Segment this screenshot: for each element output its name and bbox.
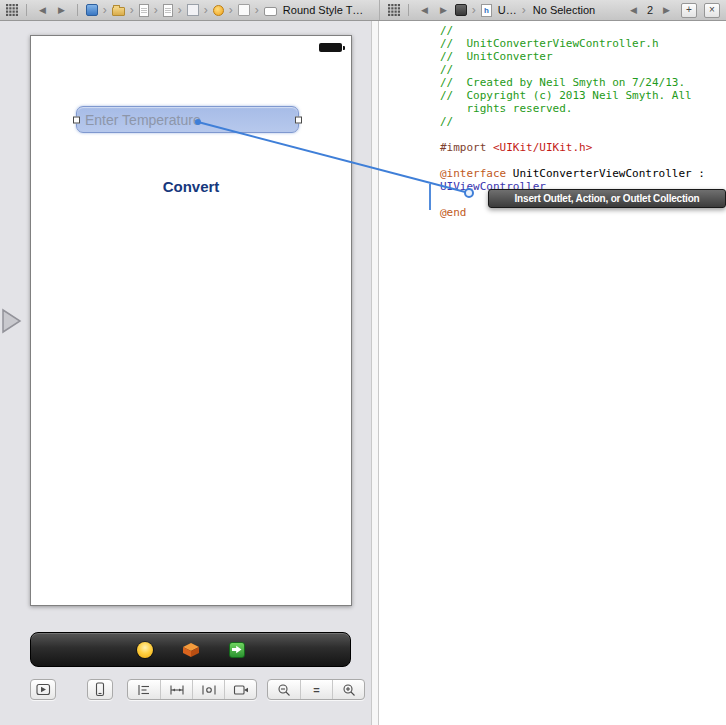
chevron-separator-icon: › xyxy=(103,4,107,16)
first-responder-icon[interactable] xyxy=(182,642,200,658)
code-line: // UnitConverterViewController.h xyxy=(440,37,705,50)
device-icon xyxy=(95,682,105,697)
view-controller-icon[interactable] xyxy=(137,642,153,658)
assistant-jump-bar: ◀ ▶ › h U… › No Selection ◀ 2 ▶ + × xyxy=(379,0,726,20)
chevron-separator-icon: › xyxy=(229,4,233,16)
convert-button[interactable]: Convert xyxy=(31,178,351,195)
exit-arrow-icon xyxy=(232,645,242,654)
scene-icon[interactable] xyxy=(187,4,199,16)
file-name-label[interactable]: U… xyxy=(498,4,517,16)
interface-builder-pane: Enter Temperature Convert xyxy=(0,21,371,725)
previous-counterpart-button[interactable]: ◀ xyxy=(626,6,641,15)
code-line: // xyxy=(440,115,705,128)
file-icon[interactable] xyxy=(163,4,173,17)
close-assistant-editor-button[interactable]: × xyxy=(704,3,720,18)
chevron-separator-icon: › xyxy=(522,4,526,16)
align-icon xyxy=(137,684,151,696)
folder-icon[interactable] xyxy=(112,7,125,16)
insertion-indicator xyxy=(429,184,431,210)
code-line: // UnitConverter xyxy=(440,50,705,63)
code-line: // Copyright (c) 2013 Neil Smyth. All xyxy=(440,89,705,102)
header-file-glyph: h xyxy=(484,6,489,15)
file-icon[interactable] xyxy=(139,4,149,17)
pin-width-button[interactable] xyxy=(160,680,192,699)
zoom-button-group: = xyxy=(267,679,365,700)
pin-center-icon xyxy=(201,684,217,696)
assistant-editor-pane[interactable]: //// UnitConverterViewController.h// Uni… xyxy=(379,21,726,725)
chevron-separator-icon: › xyxy=(204,4,208,16)
chevron-separator-icon: › xyxy=(130,4,134,16)
resize-handle-left[interactable] xyxy=(73,116,80,123)
chevron-separator-icon: › xyxy=(178,4,182,16)
related-items-icon[interactable] xyxy=(388,4,400,16)
chevron-separator-icon: › xyxy=(255,4,259,16)
counterparts-icon[interactable] xyxy=(455,4,467,16)
zoom-actual-label: = xyxy=(313,684,319,696)
related-items-icon[interactable] xyxy=(6,4,18,16)
ib-jump-bar: ◀ ▶ › › › › › › › Round Style T… xyxy=(0,0,379,20)
zoom-in-button[interactable] xyxy=(332,680,364,699)
back-button[interactable]: ◀ xyxy=(35,6,50,15)
xcode-window: ◀ ▶ › › › › › › › Round Style T… ◀ ▶ xyxy=(0,0,726,725)
view-icon[interactable] xyxy=(238,4,250,16)
document-outline-toggle-button[interactable] xyxy=(30,679,56,700)
connection-tooltip: Insert Outlet, Action, or Outlet Collect… xyxy=(488,189,726,208)
zoom-out-button[interactable] xyxy=(268,680,300,699)
counterpart-count: 2 xyxy=(647,4,653,16)
textfield-icon[interactable] xyxy=(264,7,277,16)
code-line xyxy=(440,154,705,167)
resolve-layout-icon xyxy=(233,684,249,696)
pin-width-icon xyxy=(169,684,185,696)
selection-label[interactable]: No Selection xyxy=(533,4,595,16)
code-line: @interface UnitConverterViewController : xyxy=(440,167,705,180)
divider xyxy=(408,4,409,16)
code-line: // Created by Neil Smyth on 7/24/13. xyxy=(440,76,705,89)
ib-dock-bar xyxy=(30,632,351,667)
align-button[interactable] xyxy=(128,680,160,699)
constraints-button-group xyxy=(127,679,257,700)
breadcrumb-item-label[interactable]: Round Style T… xyxy=(283,4,364,16)
zoom-out-icon xyxy=(277,683,291,697)
forward-button[interactable]: ▶ xyxy=(436,6,451,15)
header-file-icon[interactable]: h xyxy=(481,4,492,17)
chevron-separator-icon: › xyxy=(154,4,158,16)
resolve-layout-button[interactable] xyxy=(224,680,256,699)
battery-icon xyxy=(319,43,342,52)
next-counterpart-button[interactable]: ▶ xyxy=(659,6,674,15)
code-line: rights reserved. xyxy=(440,102,705,115)
device-config-button[interactable] xyxy=(87,679,113,700)
back-button[interactable]: ◀ xyxy=(417,6,432,15)
chevron-separator-icon: › xyxy=(472,4,476,16)
divider xyxy=(26,4,27,16)
code-line: // xyxy=(440,24,705,37)
code-line xyxy=(440,128,705,141)
object-icon[interactable] xyxy=(213,5,224,16)
add-assistant-editor-button[interactable]: + xyxy=(681,3,697,18)
divider xyxy=(77,4,78,16)
text-field-placeholder: Enter Temperature xyxy=(85,112,201,128)
zoom-actual-button[interactable]: = xyxy=(300,680,332,699)
jump-bar-row: ◀ ▶ › › › › › › › Round Style T… ◀ ▶ xyxy=(0,0,726,21)
outline-toggle-icon xyxy=(36,683,51,696)
pin-center-button[interactable] xyxy=(192,680,224,699)
forward-button[interactable]: ▶ xyxy=(54,6,69,15)
temperature-text-field[interactable]: Enter Temperature xyxy=(76,106,299,133)
project-icon[interactable] xyxy=(86,4,98,16)
code-line: #import <UIKit/UIKit.h> xyxy=(440,141,705,154)
resize-handle-right[interactable] xyxy=(295,116,302,123)
ib-pane-scrollbar[interactable] xyxy=(371,21,379,725)
outline-disclosure-arrow[interactable] xyxy=(1,308,23,334)
zoom-in-icon xyxy=(342,683,356,697)
code-line: // xyxy=(440,63,705,76)
exit-segue-icon[interactable] xyxy=(229,642,245,658)
view-controller-view[interactable]: Enter Temperature Convert xyxy=(30,35,352,606)
